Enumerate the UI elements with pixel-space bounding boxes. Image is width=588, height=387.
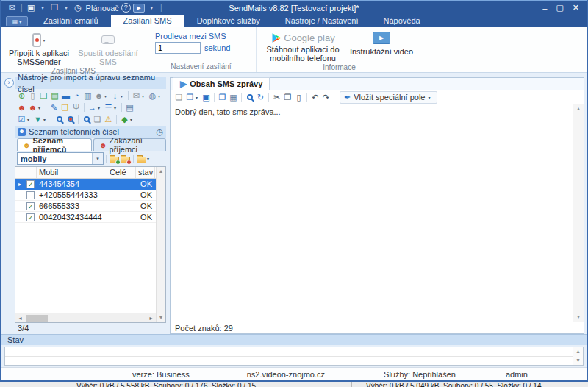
search-highlight-icon[interactable] (65, 114, 76, 124)
google-play-button[interactable]: Google play Stáhnout aplikaci do mobilní… (259, 29, 346, 63)
copy-icon[interactable]: ❐ (282, 92, 293, 102)
tab-seznam-prijemcu[interactable]: ☻ Seznam příjemců (17, 138, 92, 151)
find-document-icon[interactable]: ❏ (60, 102, 71, 113)
table-row[interactable]: ✓ 00420432434444 OK (15, 212, 156, 223)
minimize-button[interactable]: – (542, 4, 547, 13)
row-checkbox-cell[interactable]: ✓ (24, 213, 37, 221)
edit-number-icon[interactable]: ✎ (49, 102, 60, 113)
scroll-up-icon[interactable]: ▴ (576, 347, 579, 356)
add-group-icon[interactable] (109, 154, 120, 164)
list-options-caret-icon[interactable]: ▾ (114, 105, 119, 110)
folder-icon[interactable]: ❒ (50, 3, 60, 13)
web-import-caret-icon[interactable]: ▾ (158, 93, 163, 99)
paste-icon[interactable]: ▯ (293, 92, 304, 102)
sms-text-scrollbar[interactable]: ▴ ▾ (573, 104, 584, 322)
table-row[interactable]: ▸ ✓ 443454354 OK (15, 179, 156, 190)
video-icon[interactable]: ▶ (133, 4, 145, 13)
sms-text-input[interactable]: Dobrý den, tato sms zpráva... (171, 104, 573, 322)
database-icon[interactable]: ▤ (124, 102, 135, 113)
mail-import-caret-icon[interactable]: ▾ (142, 93, 147, 99)
select-caret-icon[interactable]: ▾ (27, 117, 32, 122)
paste-icon[interactable]: ▯ (27, 90, 38, 101)
merge-icon[interactable]: Ψ (71, 102, 82, 113)
tab-obsah-sms-zpravy[interactable]: ▶ Obsah SMS zprávy (173, 77, 270, 90)
delay-input[interactable] (155, 42, 201, 54)
shield-icon[interactable]: ◆ (119, 114, 130, 124)
tab-zasilani-emailu[interactable]: Zasílání emailů (31, 15, 111, 27)
add-contact-icon[interactable]: ☻ (93, 90, 104, 101)
add-number-icon[interactable]: ⊕ (16, 90, 27, 101)
start-sending-button[interactable]: Spustit odesílání SMS (74, 29, 143, 66)
contact-card-icon[interactable]: ▥ (82, 90, 93, 101)
header-stav[interactable]: stav (136, 167, 155, 178)
save-dropdown-icon[interactable]: ▾ (38, 3, 48, 13)
export-caret-icon[interactable]: ▾ (98, 105, 103, 110)
web-import-icon[interactable]: ◍ (147, 90, 158, 101)
select-checkbox-icon[interactable]: ☑ (16, 114, 27, 124)
redo-icon[interactable]: ↷ (320, 92, 331, 102)
scroll-thumb[interactable] (26, 315, 48, 322)
scroll-up-icon[interactable]: ▴ (159, 167, 162, 176)
stav-scrollbar[interactable]: ▴ ▾ (573, 347, 583, 365)
group-select-caret-icon[interactable]: ▾ (92, 153, 103, 164)
connect-smssender-button[interactable]: ▾ Připojit k aplikaci SMSSender (4, 29, 74, 66)
scheduler-button[interactable]: Plánovač (86, 4, 119, 13)
scroll-up-icon[interactable]: ▴ (577, 104, 580, 113)
row-checkbox-cell[interactable] (24, 191, 37, 199)
import-icon[interactable]: ↓ (110, 90, 121, 101)
import-caret-icon[interactable]: ▾ (121, 93, 126, 99)
import-database-icon[interactable]: ▤ (49, 90, 60, 101)
checkbox[interactable] (26, 191, 35, 199)
filter-caret-icon[interactable]: ▾ (43, 117, 49, 122)
delete-group-icon[interactable] (120, 154, 131, 164)
save-message-icon[interactable]: ▣ (201, 92, 212, 102)
table-row[interactable]: ✓ 666555333 OK (15, 201, 156, 212)
row-checkbox-cell[interactable]: ✓ (24, 202, 37, 210)
add-contact-caret-icon[interactable]: ▾ (104, 93, 110, 99)
mail-icon[interactable]: ✉ (7, 3, 17, 13)
checkbox[interactable]: ✓ (26, 180, 35, 188)
shield-caret-icon[interactable]: ▾ (130, 117, 135, 122)
globe-history-icon[interactable]: ◔ (71, 90, 82, 101)
row-checkbox-cell[interactable]: ✓ (24, 180, 37, 188)
import-file-icon[interactable]: ❏ (38, 90, 49, 101)
tutorial-video-button[interactable]: ▶ Instruktážní video (346, 29, 417, 56)
checkbox[interactable]: ✓ (26, 202, 35, 210)
close-button[interactable]: ✕ (573, 3, 579, 13)
export-icon[interactable]: → (87, 102, 98, 113)
tab-nastroje-nastaveni[interactable]: Nástroje / Nastavení (273, 15, 371, 27)
maximize-button[interactable]: ▢ (556, 3, 563, 13)
help-icon[interactable]: ? (121, 3, 131, 13)
scroll-down-icon[interactable]: ▾ (576, 356, 579, 365)
list-options-icon[interactable]: ☰ (103, 102, 114, 113)
header-mobil[interactable]: Mobil (37, 167, 107, 178)
group-folder-caret-icon[interactable]: ▾ (147, 156, 152, 161)
collapse-panel-icon[interactable]: › (4, 78, 14, 88)
block-contact-icon[interactable]: ☻ (27, 102, 38, 113)
tab-napoveda[interactable]: Nápověda (371, 15, 433, 27)
print-icon[interactable]: ▦ (228, 92, 239, 102)
template-icon[interactable]: ❐ (184, 92, 196, 102)
tab-zakazani-prijemci[interactable]: ☻ Zakázaní příjemci (93, 138, 166, 151)
video-dropdown-icon[interactable]: ▾ (147, 3, 157, 13)
horizontal-scrollbar[interactable]: ◂ ▸ (15, 313, 156, 322)
template-caret-icon[interactable]: ▾ (196, 95, 201, 100)
tab-doplnkove-sluzby[interactable]: Doplňkové služby (184, 15, 273, 27)
preview-icon[interactable] (244, 92, 255, 102)
group-folder-icon[interactable] (136, 154, 147, 164)
remove-contact-icon[interactable]: ☻ (16, 102, 27, 113)
insert-special-field-button[interactable]: ✒ Vložit speciální pole ▾ (340, 91, 437, 104)
checkbox[interactable]: ✓ (26, 213, 35, 221)
scroll-right-icon[interactable]: ▸ (146, 315, 156, 322)
preview-document-icon[interactable]: ❏ (92, 114, 103, 124)
tab-zasilani-sms[interactable]: Zasílání SMS (111, 15, 184, 27)
header-cele-jmeno[interactable]: Celé jméno (107, 167, 136, 178)
filter-icon[interactable]: ▼ (32, 114, 43, 124)
scroll-left-icon[interactable]: ◂ (15, 315, 25, 322)
search-icon[interactable] (54, 114, 65, 124)
header-marker-col[interactable] (15, 167, 37, 178)
vertical-scrollbar[interactable]: ▴ ▾ (156, 167, 165, 322)
table-row[interactable]: +420555444333 OK (15, 190, 156, 201)
cut-icon[interactable]: ✂ (271, 92, 282, 102)
scroll-down-icon[interactable]: ▾ (577, 313, 580, 322)
